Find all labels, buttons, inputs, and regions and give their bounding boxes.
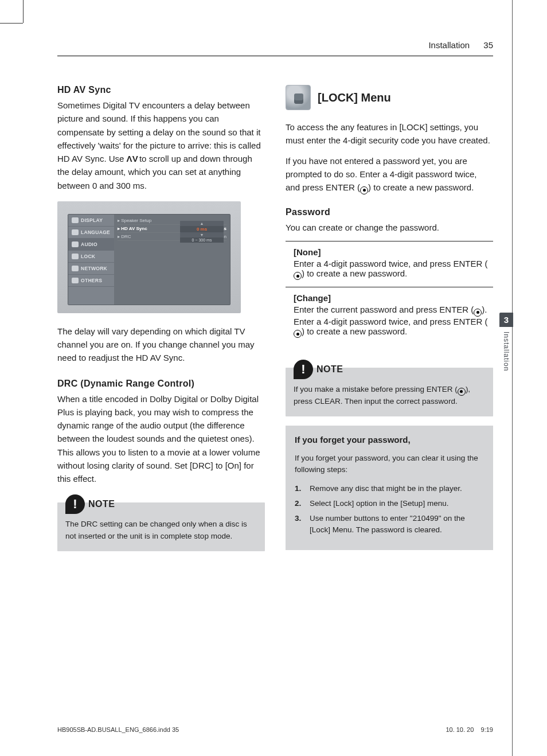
- footer-time: 9:19: [481, 726, 493, 733]
- password-change: [Change] Enter the current password and …: [286, 287, 493, 345]
- page-header: Installation 35: [57, 40, 493, 56]
- enter-icon: [294, 272, 302, 280]
- menu-display: DISPLAY: [68, 215, 114, 227]
- note-icon: !: [65, 494, 85, 514]
- hdav-title: HD AV Sync: [57, 85, 265, 95]
- forget-step: Select [Lock] option in the [Setup] menu…: [295, 498, 484, 509]
- side-tab-num: 3: [499, 313, 513, 327]
- up-down-icon: Λ V: [127, 154, 137, 163]
- page-number: 35: [483, 40, 493, 50]
- menu-lock: LOCK: [68, 251, 114, 263]
- screenshot-menu: DISPLAY LANGUAGE AUDIO LOCK NETWORK OTHE…: [68, 215, 114, 305]
- note-text: If you make a mistake before pressing EN…: [294, 384, 485, 407]
- footer-date: 10. 10. 20: [446, 726, 474, 733]
- hdav-screenshot: DISPLAY LANGUAGE AUDIO LOCK NETWORK OTHE…: [57, 201, 241, 313]
- side-tab: 3 Installation: [499, 313, 513, 387]
- hdav-paragraph-1: Sometimes Digital TV encounters a delay …: [57, 99, 265, 192]
- hdav-paragraph-2: The delay will vary depending on which d…: [57, 325, 265, 365]
- forget-steps: Remove any disc that might be in the pla…: [295, 483, 484, 536]
- forget-step: Use number buttons to enter "210499" on …: [295, 513, 484, 536]
- drc-title: DRC (Dynamic Range Control): [57, 379, 265, 389]
- forget-title: If you forget your password,: [295, 435, 484, 445]
- lock-paragraph-1: To access the any features in [LOCK] set…: [286, 120, 493, 147]
- lock-title: [LOCK] Menu: [318, 91, 391, 104]
- screenshot-popup: ▲ 0 ms ▼ 0 ~ 300 ms: [180, 221, 224, 243]
- page-content: Installation 35 HD AV Sync Sometimes Dig…: [57, 40, 493, 560]
- forget-password-box: If you forget your password, If you forg…: [286, 426, 493, 550]
- lock-paragraph-2: If you have not entered a password yet, …: [286, 154, 493, 194]
- note-label: NOTE: [317, 364, 343, 375]
- menu-language: LANGUAGE: [68, 227, 114, 239]
- footer-file: HB905SB-AD.BUSALL_ENG_6866.indd 35: [57, 726, 179, 733]
- enter-icon: [458, 388, 466, 396]
- note-label: NOTE: [88, 499, 115, 509]
- header-section: Installation: [428, 40, 470, 50]
- menu-audio: AUDIO: [68, 239, 114, 251]
- forget-intro: If you forget your password, you can cle…: [295, 453, 484, 476]
- right-column: [LOCK] Menu To access the any features i…: [286, 85, 493, 560]
- drc-note: ! NOTE The DRC setting can be changed on…: [57, 502, 265, 551]
- enter-icon: [474, 309, 482, 317]
- note-text: The DRC setting can be changed only when…: [65, 519, 257, 542]
- page-footer: HB905SB-AD.BUSALL_ENG_6866.indd 35 10. 1…: [57, 726, 493, 733]
- drc-paragraph: When a title encoded in Dolby Digital or…: [57, 392, 265, 486]
- enter-icon: [294, 330, 302, 338]
- lock-icon: [286, 85, 311, 110]
- menu-network: NETWORK: [68, 263, 114, 275]
- forget-step: Remove any disc that might be in the pla…: [295, 483, 484, 494]
- lock-heading: [LOCK] Menu: [286, 85, 493, 110]
- side-tab-label: Installation: [502, 327, 510, 371]
- enter-icon: [360, 186, 368, 194]
- password-none: [None] Enter a 4-digit password twice, a…: [286, 241, 493, 287]
- password-intro: You can create or change the password.: [286, 221, 493, 234]
- menu-others: OTHERS: [68, 275, 114, 287]
- note-icon: !: [294, 360, 313, 379]
- password-note: ! NOTE If you make a mistake before pres…: [286, 368, 493, 416]
- password-title: Password: [286, 207, 493, 217]
- left-column: HD AV Sync Sometimes Digital TV encounte…: [57, 85, 265, 560]
